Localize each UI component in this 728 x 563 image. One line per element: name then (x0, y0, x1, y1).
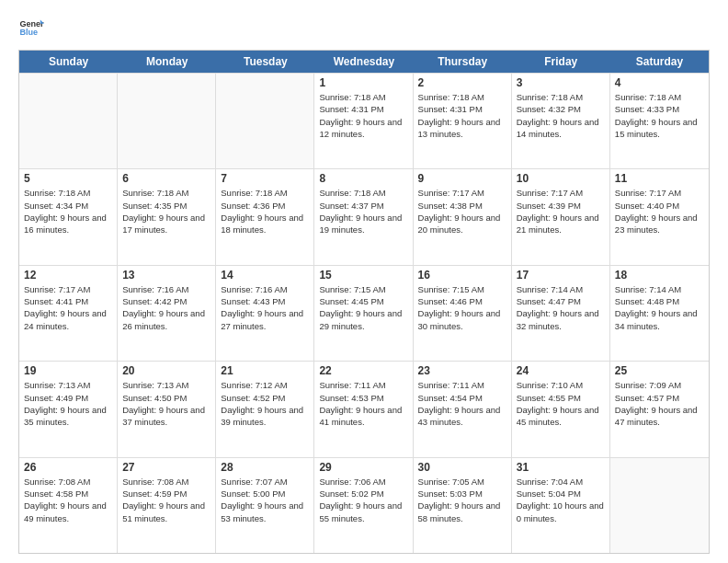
day-number: 19 (24, 364, 112, 377)
day-number: 16 (418, 269, 506, 282)
calendar-cell-9: 9Sunrise: 7:17 AM Sunset: 4:38 PM Daylig… (414, 169, 512, 264)
day-header-friday: Friday (512, 51, 610, 73)
day-number: 2 (418, 76, 506, 89)
day-number: 14 (221, 269, 309, 282)
calendar-cell-8: 8Sunrise: 7:18 AM Sunset: 4:37 PM Daylig… (314, 169, 413, 264)
cell-info: Sunrise: 7:13 AM Sunset: 4:49 PM Dayligh… (24, 379, 112, 428)
day-number: 31 (517, 461, 605, 474)
day-number: 7 (221, 172, 309, 185)
cell-info: Sunrise: 7:18 AM Sunset: 4:31 PM Dayligh… (418, 91, 506, 140)
cell-info: Sunrise: 7:18 AM Sunset: 4:33 PM Dayligh… (615, 91, 704, 140)
cell-info: Sunrise: 7:07 AM Sunset: 5:00 PM Dayligh… (221, 476, 309, 524)
cell-info: Sunrise: 7:06 AM Sunset: 5:02 PM Dayligh… (319, 476, 407, 524)
calendar-header: SundayMondayTuesdayWednesdayThursdayFrid… (19, 51, 709, 73)
calendar-cell-17: 17Sunrise: 7:14 AM Sunset: 4:47 PM Dayli… (512, 266, 610, 361)
calendar-cell-25: 25Sunrise: 7:09 AM Sunset: 4:57 PM Dayli… (610, 362, 709, 456)
calendar: SundayMondayTuesdayWednesdayThursdayFrid… (18, 50, 710, 554)
calendar-cell-15: 15Sunrise: 7:15 AM Sunset: 4:45 PM Dayli… (314, 266, 413, 361)
cell-info: Sunrise: 7:17 AM Sunset: 4:41 PM Dayligh… (24, 283, 112, 332)
cell-info: Sunrise: 7:09 AM Sunset: 4:57 PM Dayligh… (615, 379, 704, 428)
calendar-cell-19: 19Sunrise: 7:13 AM Sunset: 4:49 PM Dayli… (19, 362, 118, 456)
cell-info: Sunrise: 7:12 AM Sunset: 4:52 PM Dayligh… (221, 379, 309, 428)
day-number: 17 (517, 269, 605, 282)
calendar-cell-30: 30Sunrise: 7:05 AM Sunset: 5:03 PM Dayli… (414, 458, 512, 553)
calendar-cell-empty-4-6 (610, 458, 709, 553)
cell-info: Sunrise: 7:08 AM Sunset: 4:59 PM Dayligh… (122, 476, 210, 524)
day-number: 25 (615, 364, 704, 377)
calendar-cell-18: 18Sunrise: 7:14 AM Sunset: 4:48 PM Dayli… (610, 266, 709, 361)
cell-info: Sunrise: 7:17 AM Sunset: 4:39 PM Dayligh… (517, 187, 605, 236)
calendar-cell-11: 11Sunrise: 7:17 AM Sunset: 4:40 PM Dayli… (610, 169, 709, 264)
day-number: 10 (517, 172, 605, 185)
cell-info: Sunrise: 7:15 AM Sunset: 4:46 PM Dayligh… (418, 283, 506, 332)
calendar-cell-22: 22Sunrise: 7:11 AM Sunset: 4:53 PM Dayli… (314, 362, 413, 456)
calendar-cell-4: 4Sunrise: 7:18 AM Sunset: 4:33 PM Daylig… (610, 74, 709, 168)
calendar-cell-5: 5Sunrise: 7:18 AM Sunset: 4:34 PM Daylig… (19, 169, 118, 264)
day-number: 18 (615, 269, 704, 282)
calendar-cell-empty-0-1 (118, 74, 216, 168)
calendar-cell-empty-0-2 (216, 74, 314, 168)
calendar-cell-21: 21Sunrise: 7:12 AM Sunset: 4:52 PM Dayli… (216, 362, 314, 456)
day-number: 15 (319, 269, 407, 282)
cell-info: Sunrise: 7:10 AM Sunset: 4:55 PM Dayligh… (517, 379, 605, 428)
day-number: 20 (122, 364, 210, 377)
calendar-body: 1Sunrise: 7:18 AM Sunset: 4:31 PM Daylig… (19, 73, 709, 553)
calendar-cell-6: 6Sunrise: 7:18 AM Sunset: 4:35 PM Daylig… (118, 169, 216, 264)
calendar-cell-10: 10Sunrise: 7:17 AM Sunset: 4:39 PM Dayli… (512, 169, 610, 264)
day-number: 11 (615, 172, 704, 185)
day-header-sunday: Sunday (19, 51, 118, 73)
cell-info: Sunrise: 7:18 AM Sunset: 4:34 PM Dayligh… (24, 187, 112, 236)
calendar-cell-26: 26Sunrise: 7:08 AM Sunset: 4:58 PM Dayli… (19, 458, 118, 553)
cell-info: Sunrise: 7:18 AM Sunset: 4:36 PM Dayligh… (221, 187, 309, 236)
cell-info: Sunrise: 7:17 AM Sunset: 4:38 PM Dayligh… (418, 187, 506, 236)
day-number: 8 (319, 172, 407, 185)
cell-info: Sunrise: 7:17 AM Sunset: 4:40 PM Dayligh… (615, 187, 704, 236)
day-number: 30 (418, 461, 506, 474)
cell-info: Sunrise: 7:18 AM Sunset: 4:37 PM Dayligh… (319, 187, 407, 236)
calendar-cell-3: 3Sunrise: 7:18 AM Sunset: 4:32 PM Daylig… (512, 74, 610, 168)
day-number: 24 (517, 364, 605, 377)
day-number: 9 (418, 172, 506, 185)
day-number: 4 (615, 76, 704, 89)
calendar-row-4: 19Sunrise: 7:13 AM Sunset: 4:49 PM Dayli… (19, 361, 709, 456)
calendar-cell-20: 20Sunrise: 7:13 AM Sunset: 4:50 PM Dayli… (118, 362, 216, 456)
cell-info: Sunrise: 7:14 AM Sunset: 4:47 PM Dayligh… (517, 283, 605, 332)
day-number: 27 (122, 461, 210, 474)
calendar-cell-12: 12Sunrise: 7:17 AM Sunset: 4:41 PM Dayli… (19, 266, 118, 361)
logo: General Blue (18, 15, 44, 40)
day-header-tuesday: Tuesday (216, 51, 314, 73)
logo-icon: General Blue (18, 15, 44, 40)
day-number: 28 (221, 461, 309, 474)
calendar-cell-23: 23Sunrise: 7:11 AM Sunset: 4:54 PM Dayli… (414, 362, 512, 456)
calendar-cell-13: 13Sunrise: 7:16 AM Sunset: 4:42 PM Dayli… (118, 266, 216, 361)
cell-info: Sunrise: 7:15 AM Sunset: 4:45 PM Dayligh… (319, 283, 407, 332)
header: General Blue (18, 15, 710, 40)
day-number: 23 (418, 364, 506, 377)
calendar-row-1: 1Sunrise: 7:18 AM Sunset: 4:31 PM Daylig… (19, 73, 709, 168)
day-header-saturday: Saturday (610, 51, 709, 73)
calendar-page: General Blue SundayMondayTuesdayWednesda… (0, 0, 728, 563)
calendar-cell-2: 2Sunrise: 7:18 AM Sunset: 4:31 PM Daylig… (414, 74, 512, 168)
calendar-row-3: 12Sunrise: 7:17 AM Sunset: 4:41 PM Dayli… (19, 265, 709, 361)
calendar-cell-24: 24Sunrise: 7:10 AM Sunset: 4:55 PM Dayli… (512, 362, 610, 456)
cell-info: Sunrise: 7:05 AM Sunset: 5:03 PM Dayligh… (418, 476, 506, 524)
day-number: 5 (24, 172, 112, 185)
calendar-row-2: 5Sunrise: 7:18 AM Sunset: 4:34 PM Daylig… (19, 168, 709, 264)
calendar-cell-16: 16Sunrise: 7:15 AM Sunset: 4:46 PM Dayli… (414, 266, 512, 361)
calendar-cell-empty-0-0 (19, 74, 118, 168)
day-header-thursday: Thursday (414, 51, 512, 73)
svg-text:Blue: Blue (19, 28, 38, 37)
cell-info: Sunrise: 7:13 AM Sunset: 4:50 PM Dayligh… (122, 379, 210, 428)
cell-info: Sunrise: 7:18 AM Sunset: 4:31 PM Dayligh… (319, 91, 407, 140)
day-number: 6 (122, 172, 210, 185)
calendar-cell-7: 7Sunrise: 7:18 AM Sunset: 4:36 PM Daylig… (216, 169, 314, 264)
day-number: 21 (221, 364, 309, 377)
calendar-cell-27: 27Sunrise: 7:08 AM Sunset: 4:59 PM Dayli… (118, 458, 216, 553)
calendar-cell-14: 14Sunrise: 7:16 AM Sunset: 4:43 PM Dayli… (216, 266, 314, 361)
cell-info: Sunrise: 7:04 AM Sunset: 5:04 PM Dayligh… (517, 476, 605, 524)
cell-info: Sunrise: 7:16 AM Sunset: 4:43 PM Dayligh… (221, 283, 309, 332)
calendar-row-5: 26Sunrise: 7:08 AM Sunset: 4:58 PM Dayli… (19, 457, 709, 553)
calendar-cell-29: 29Sunrise: 7:06 AM Sunset: 5:02 PM Dayli… (314, 458, 413, 553)
cell-info: Sunrise: 7:16 AM Sunset: 4:42 PM Dayligh… (122, 283, 210, 332)
day-number: 29 (319, 461, 407, 474)
